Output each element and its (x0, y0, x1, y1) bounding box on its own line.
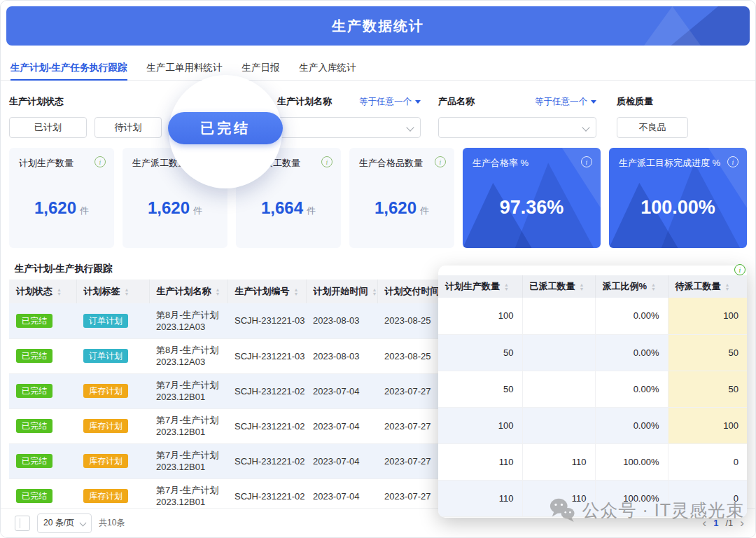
product-select[interactable] (438, 117, 596, 138)
cell-start-date: 2023-08-03 (306, 338, 377, 373)
tab-warehouse-in-stats[interactable]: 生产入库统计 (300, 55, 356, 80)
cell-status: 已完结 (9, 338, 76, 373)
sort-icon[interactable] (57, 288, 62, 296)
plan-name-operator-link[interactable]: 等于任意一个 (359, 96, 421, 108)
info-icon[interactable] (94, 156, 106, 167)
cell-dispatched-qty (522, 334, 595, 371)
status-badge: 已完结 (16, 349, 52, 363)
column-header-plan-name[interactable]: 生产计划名称 (149, 280, 227, 303)
cell-dispatch-ratio: 100.00% (595, 480, 668, 516)
panel-row[interactable]: 50 0.00% 50 (438, 334, 747, 371)
stat-value: 1,620 (374, 198, 416, 217)
filter-option-defective[interactable]: 不良品 (617, 117, 688, 138)
app-header: 生产数据统计 (6, 6, 750, 46)
column-header-start-date[interactable]: 计划开始时间 (306, 280, 377, 303)
panel-row[interactable]: 100 0.00% 100 (438, 298, 747, 334)
dispatch-columns-panel: 计划生产数量 已派工数量 派工比例% 待派工数量 100 0.00% 100 5… (438, 265, 747, 518)
column-header-plan-code[interactable]: 生产计划编号 (227, 280, 306, 303)
table-info-icon[interactable] (734, 264, 746, 275)
cell-plan-code: SCJH-231221-02 (227, 408, 306, 443)
stat-card-row: 计划生产数量 1,620件 生产派工数量 1,620件 生产报工数量 1,664… (9, 148, 747, 248)
info-icon[interactable] (727, 156, 738, 167)
tab-daily-report[interactable]: 生产日报 (242, 55, 280, 80)
stat-value: 1,620 (34, 198, 76, 217)
cell-dispatch-ratio: 0.00% (595, 407, 668, 443)
panel-row[interactable]: 50 0.00% 50 (438, 371, 747, 407)
column-header-planned-qty[interactable]: 计划生产数量 (438, 275, 522, 298)
tag-badge: 订单计划 (83, 314, 128, 328)
cell-planned-qty: 110 (438, 480, 522, 516)
cell-planned-qty: 50 (438, 334, 522, 371)
filter-label-status: 生产计划状态 (9, 95, 64, 108)
prev-page-icon[interactable] (703, 516, 707, 530)
current-page[interactable]: 1 (713, 518, 718, 528)
stat-card-pass-rate: 生产合格率 % 97.36% (463, 148, 601, 248)
cell-dispatched-qty: 110 (522, 443, 595, 480)
cell-start-date: 2023-08-03 (306, 303, 377, 338)
page-title: 生产数据统计 (6, 6, 750, 46)
stat-value: 1,664 (261, 198, 303, 217)
cell-tag: 订单计划 (76, 303, 149, 338)
column-header-tag[interactable]: 计划标签 (76, 280, 149, 303)
sort-icon[interactable] (216, 288, 220, 296)
filter-group-quality: 质检质量 不良品 (617, 85, 698, 138)
panel-row[interactable]: 100 0.00% 100 (438, 407, 747, 443)
cell-dispatched-qty (522, 407, 595, 443)
tag-badge: 库存计划 (83, 489, 128, 503)
caret-down-icon (415, 100, 421, 104)
column-settings-icon[interactable] (15, 516, 30, 531)
cell-tag: 库存计划 (76, 443, 149, 478)
sort-icon[interactable] (725, 283, 730, 291)
column-header-status[interactable]: 计划状态 (9, 280, 76, 303)
filter-bar: 生产计划状态 已计划 待计划 生产计划名称 等于任意一个 产品名称 等于任意一个… (9, 85, 747, 144)
filter-option-pending-plan[interactable]: 待计划 (94, 117, 162, 138)
panel-row[interactable]: 110 110 100.00% 0 (438, 480, 747, 516)
plan-name-select[interactable] (277, 117, 421, 138)
panel-row[interactable]: 110 110 100.00% 0 (438, 443, 747, 480)
page-total: /1 (725, 518, 733, 528)
cell-plan-name: 第7月-生产计划2023.12B01 (149, 408, 227, 443)
status-badge: 已完结 (16, 489, 52, 503)
cell-start-date: 2023-07-04 (306, 373, 377, 408)
cell-planned-qty: 100 (438, 298, 522, 334)
next-page-icon[interactable] (740, 516, 744, 530)
tag-badge: 订单计划 (83, 349, 128, 363)
status-badge: 已完结 (16, 419, 52, 433)
cell-dispatch-ratio: 0.00% (595, 334, 668, 371)
cell-plan-code: SCJH-231221-03 (227, 303, 306, 338)
cell-tag: 订单计划 (76, 338, 149, 373)
filter-option-planned[interactable]: 已计划 (9, 117, 87, 138)
tab-plan-task-tracking[interactable]: 生产计划-生产任务执行跟踪 (10, 55, 127, 80)
total-count: 共10条 (99, 517, 125, 529)
cell-pending-qty: 0 (668, 443, 747, 480)
sort-icon[interactable] (372, 288, 377, 296)
info-icon[interactable] (581, 156, 592, 167)
cell-status: 已完结 (9, 408, 76, 443)
sort-icon[interactable] (294, 288, 299, 296)
filter-label-plan-name: 生产计划名称 (277, 95, 332, 108)
chevron-down-icon (406, 123, 414, 131)
sort-icon[interactable] (580, 283, 584, 291)
cell-plan-code: SCJH-231221-03 (227, 338, 306, 373)
cell-dispatched-qty: 110 (522, 480, 595, 516)
filter-group-plan-name: 生产计划名称 等于任意一个 (277, 85, 421, 138)
info-icon[interactable] (321, 156, 332, 167)
filter-label-product: 产品名称 (438, 95, 475, 108)
column-header-pending-qty[interactable]: 待派工数量 (668, 275, 747, 298)
cell-dispatch-ratio: 0.00% (595, 371, 668, 407)
filter-option-completed-highlighted[interactable]: 已完结 (168, 112, 283, 144)
chevron-down-icon (582, 123, 589, 131)
column-header-dispatched-qty[interactable]: 已派工数量 (522, 275, 595, 298)
cell-plan-name: 第8月-生产计划2023.12A03 (149, 338, 227, 373)
cell-planned-qty: 110 (438, 443, 522, 480)
cell-dispatched-qty (522, 298, 595, 334)
sort-icon[interactable] (504, 283, 509, 291)
sort-icon[interactable] (651, 283, 656, 291)
cell-pending-qty: 100 (668, 298, 747, 334)
cell-tag: 库存计划 (76, 373, 149, 408)
column-header-dispatch-ratio[interactable]: 派工比例% (595, 275, 668, 298)
page-size-select[interactable]: 20 条/页 (37, 513, 92, 533)
sort-icon[interactable] (125, 288, 130, 296)
product-operator-link[interactable]: 等于任意一个 (535, 96, 596, 108)
info-icon[interactable] (435, 156, 446, 167)
